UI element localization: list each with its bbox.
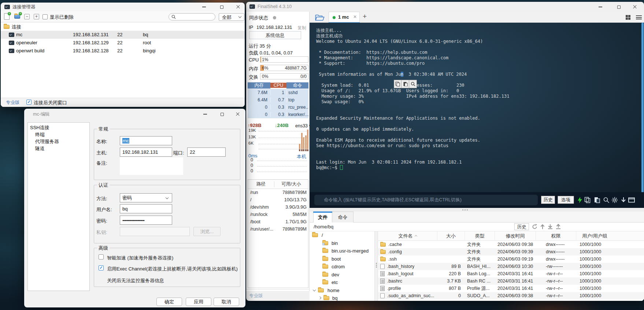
connection-row[interactable]: openwrt build192.168.182.12822bingqi	[1, 47, 245, 55]
disk-row[interactable]: /run/user/...789M/789M	[248, 225, 308, 233]
maximize-button[interactable]	[215, 3, 228, 11]
ok-button[interactable]: 确定	[156, 298, 182, 306]
history-button[interactable]: 历史	[541, 196, 555, 204]
file-column-header[interactable]: 类型	[465, 231, 495, 241]
maximize-button[interactable]	[612, 3, 625, 11]
up-level-icon[interactable]	[540, 224, 545, 229]
download-icon[interactable]	[620, 197, 627, 203]
file-row[interactable]: .bash_logout220 BBash Log...2024/03/31 1…	[378, 270, 644, 277]
expander-icon[interactable]	[313, 288, 316, 291]
terminal-scrollbar[interactable]	[641, 23, 644, 194]
file-row[interactable]: .ssh文件夹2024/06/03 09:19drwx------1000/10…	[378, 255, 644, 263]
expander-icon[interactable]	[318, 296, 321, 299]
tab-1-mc[interactable]: 1 mc ✕	[329, 12, 360, 23]
tree-item-binusrismerged[interactable]: bin.usr-is-merged	[310, 247, 374, 255]
search-icon[interactable]	[409, 80, 417, 88]
expand-all-icon[interactable]: +	[34, 14, 39, 19]
upload-icon[interactable]	[556, 224, 561, 229]
collapse-all-icon[interactable]: −	[24, 14, 30, 19]
minimize-button[interactable]	[594, 3, 607, 11]
nav-item-1[interactable]: 终端	[28, 131, 89, 138]
apply-button[interactable]: 应用	[186, 298, 211, 306]
settings-gear-icon[interactable]	[611, 197, 618, 203]
file-column-header[interactable]: 权限	[536, 231, 576, 241]
accelerate-icon[interactable]	[577, 197, 583, 203]
command-input[interactable]: 命令输入 (按ALT键提示历史,TAB键路径,ESC键返回,双击CTRL切换)	[314, 195, 538, 205]
tab-files[interactable]: 文件	[313, 212, 332, 223]
filter-dropdown[interactable]: 全部	[219, 13, 244, 21]
window-mode-icon[interactable]	[628, 197, 635, 203]
options-button[interactable]: 选项	[558, 196, 574, 204]
minimize-button[interactable]	[198, 3, 210, 11]
process-row[interactable]: 00.3rcu_pree...	[248, 104, 308, 111]
connection-row[interactable]: openeuler192.168.182.12922root	[1, 39, 245, 47]
process-row[interactable]: 6.4M0.7top	[248, 96, 308, 104]
port-input[interactable]: 22	[187, 147, 226, 157]
titlebar[interactable]: 连接管理器	[1, 3, 245, 11]
file-row[interactable]: .cache文件夹2024/06/03 09:38drwx------1000/…	[378, 241, 644, 248]
sync-status-label[interactable]: 同步状态	[249, 15, 268, 21]
connection-row[interactable]: mc192.168.182.13122bq	[1, 31, 245, 39]
show-deleted-checkbox[interactable]	[42, 14, 48, 19]
titlebar[interactable]: mc-编辑	[24, 109, 245, 119]
search-icon[interactable]	[603, 197, 610, 203]
tree-item-bq[interactable]: bq	[310, 294, 374, 301]
tree-scrollbar[interactable]	[374, 231, 378, 301]
smart-accel-checkbox[interactable]	[99, 254, 104, 259]
paste-icon[interactable]	[401, 80, 409, 88]
terminal-area[interactable]: 连接主机... 连接主机成功 Welcome to Ubuntu 24.04 L…	[310, 23, 644, 208]
tree-item-cdrom[interactable]: cdrom	[310, 263, 374, 271]
disk-header-size[interactable]: 可用/大小	[274, 181, 308, 187]
close-button[interactable]	[232, 110, 244, 119]
cancel-button[interactable]: 取消	[214, 298, 239, 306]
disk-row[interactable]: /run/lock5M/5M	[248, 211, 308, 218]
disk-header-path[interactable]: 路径	[248, 181, 274, 187]
new-tab-button[interactable]: +	[363, 12, 367, 20]
copy-ip-button[interactable]: 复制	[297, 25, 306, 31]
method-select[interactable]: 密码	[120, 193, 172, 202]
password-input[interactable]: •••••••••••••••••••••	[120, 216, 172, 225]
name-input[interactable]: mc	[120, 136, 172, 145]
copy-icon[interactable]	[584, 197, 591, 203]
file-row[interactable]: .bash_history89 BBASH_HI...2024/06/03 10…	[378, 263, 644, 270]
file-column-header[interactable]: 文件名	[378, 231, 437, 241]
nav-item-2[interactable]: 代理服务器	[28, 138, 89, 145]
process-row[interactable]: 00.3kworker/...	[248, 111, 308, 118]
disk-row[interactable]: /10G/13.7G	[248, 196, 308, 203]
browse-button[interactable]: 浏览...	[193, 227, 221, 236]
paste-icon[interactable]	[594, 197, 600, 203]
tree-item-boot[interactable]: boot	[310, 255, 374, 263]
tree-item-bin[interactable]: ↗bin	[310, 239, 374, 247]
file-row[interactable]: .sudo_as_admin_suc...0SUDO_A...2024/06/0…	[378, 292, 644, 299]
copy-icon[interactable]	[394, 80, 401, 88]
tree-item-dev[interactable]: dev	[310, 271, 374, 279]
file-row[interactable]: .config文件夹2024/06/03 09:39drwx------1000…	[378, 248, 644, 255]
username-input[interactable]: bq	[120, 204, 172, 213]
nav-item-0[interactable]: SSH连接	[28, 124, 89, 131]
close-after-connect-checkbox[interactable]: ✓	[26, 100, 32, 105]
titlebar[interactable]: FinalShell 4.3.10	[246, 2, 644, 12]
private-key-input[interactable]	[120, 227, 190, 236]
panel-splitter[interactable]	[310, 208, 644, 212]
nav-item-3[interactable]: 隧道	[28, 145, 89, 152]
tree-item-home[interactable]: home	[310, 287, 374, 295]
open-folder-icon[interactable]	[315, 14, 325, 21]
maximize-button[interactable]	[216, 110, 228, 119]
host-input[interactable]: 192.168.182.131	[120, 147, 172, 157]
path-value[interactable]: /home/bq	[314, 224, 333, 229]
tab-close-icon[interactable]: ✕	[353, 14, 357, 19]
disk-row[interactable]: /boot1.7G/1.9G	[248, 218, 308, 225]
file-column-header[interactable]: 修改时间	[495, 231, 536, 241]
process-row[interactable]: 7.6M1sshd	[248, 89, 308, 96]
close-button[interactable]	[629, 3, 641, 11]
tree-root-row[interactable]: 连接	[1, 23, 245, 31]
proc-header[interactable]: 内存	[248, 82, 270, 89]
file-column-header[interactable]: 大小	[437, 231, 465, 241]
tab-commands[interactable]: 命令	[332, 212, 354, 223]
proc-header[interactable]: CPU	[270, 83, 286, 88]
remark-textarea[interactable]	[120, 157, 183, 175]
file-row[interactable]: .profile807 BProfile 源...2024/03/31 16:4…	[378, 285, 644, 292]
tree-item-[interactable]: /	[310, 231, 374, 239]
layout-grid-icon[interactable]	[626, 15, 630, 20]
sysinfo-button[interactable]: 系统信息	[249, 31, 301, 39]
